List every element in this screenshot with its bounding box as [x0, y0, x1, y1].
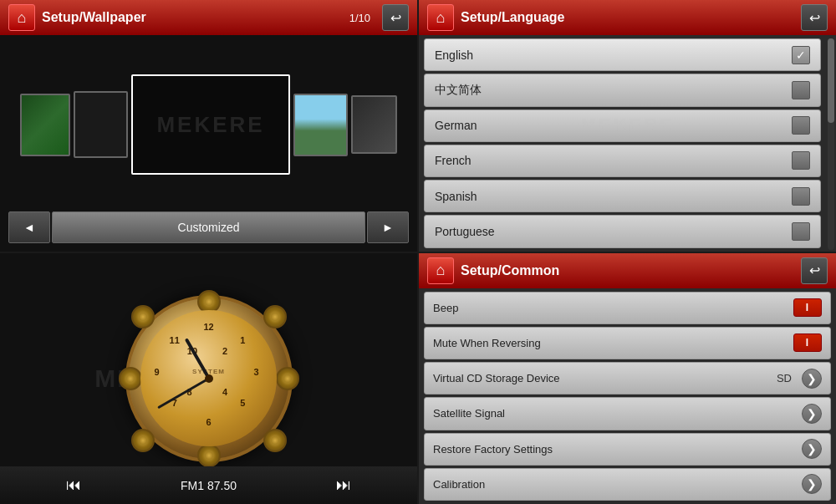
language-home-icon[interactable]: ⌂ [427, 4, 454, 31]
ornament-9 [119, 367, 142, 390]
language-title: Setup/Language [461, 10, 794, 25]
language-item-chinese[interactable]: 中文简体 [424, 74, 821, 106]
common-item-restore[interactable]: Restore Factory Settings ❯ [424, 433, 831, 466]
clock-num-3: 3 [254, 367, 259, 377]
language-check-chinese [792, 81, 810, 99]
common-item-mute[interactable]: Mute When Reversing I [424, 327, 831, 359]
language-item-german[interactable]: German [424, 109, 821, 142]
thumbnail-1[interactable] [20, 94, 70, 156]
vcd-arrow[interactable]: ❯ [802, 369, 822, 389]
language-check-portuguese [792, 222, 810, 241]
mute-label: Mute When Reversing [433, 337, 541, 349]
wallpaper-back-button[interactable]: ↩ [382, 4, 409, 31]
page-indicator: 1/10 [349, 12, 370, 24]
language-item-portuguese[interactable]: Portuguese [424, 215, 821, 247]
common-item-calibration[interactable]: Calibration ❯ [424, 468, 831, 501]
next-wallpaper-button[interactable]: ► [367, 211, 409, 243]
wallpaper-header: ⌂ Setup/Wallpaper 1/10 ↩ [0, 0, 417, 35]
clock-num-2: 2 [222, 346, 227, 356]
clock-face: 12 1 3 5 6 7 9 11 2 4 8 10 SYSTEM [125, 295, 293, 462]
satellite-arrow[interactable]: ❯ [802, 404, 822, 424]
clock-num-12: 12 [203, 322, 213, 332]
ornament-10 [131, 305, 155, 328]
ornament-3 [276, 367, 299, 390]
vcd-value: SD [777, 372, 792, 384]
clock-num-6: 6 [206, 417, 211, 427]
thumbnail-main[interactable]: MEKERE [131, 74, 290, 175]
language-item-spanish[interactable]: Spanish [424, 180, 821, 212]
language-check-spanish [792, 187, 810, 206]
wallpaper-mode-label: Customized [52, 211, 365, 243]
language-check-german [792, 116, 810, 135]
ornament-6 [197, 444, 221, 467]
language-header: ⌂ Setup/Language ↩ [419, 0, 836, 35]
ornament-2 [263, 305, 287, 328]
thumbnail-4[interactable] [351, 95, 397, 154]
wallpaper-nav: ◄ Customized ► [8, 211, 409, 243]
language-label-portuguese: Portuguese [435, 225, 495, 238]
ornament-8 [131, 429, 155, 452]
prev-track-button[interactable]: ⏮ [66, 476, 81, 494]
language-item-french[interactable]: French [424, 145, 821, 177]
beep-toggle[interactable]: I [793, 298, 822, 317]
clock-content: MEK [0, 253, 417, 505]
prev-wallpaper-button[interactable]: ◄ [8, 211, 50, 243]
clock-num-1: 1 [240, 335, 245, 345]
next-track-button[interactable]: ⏭ [336, 476, 351, 494]
satellite-label: Satellite Signal [433, 407, 505, 420]
thumbnail-3[interactable] [293, 94, 348, 156]
radio-info: FM1 87.50 [181, 479, 237, 492]
language-scrollbar-thumb [828, 38, 834, 123]
clock-num-5: 5 [240, 398, 245, 408]
language-scrollbar[interactable] [828, 38, 834, 250]
beep-label: Beep [433, 302, 458, 314]
calibration-arrow[interactable]: ❯ [802, 474, 822, 494]
common-content: Beep I Mute When Reversing I Virtual CD … [419, 288, 836, 505]
wallpaper-content: MEKERE ◄ Customized ► [0, 35, 417, 252]
wallpaper-panel: ⌂ Setup/Wallpaper 1/10 ↩ MEKERE ◄ Custom… [0, 0, 417, 252]
clock-center-dot [205, 374, 213, 383]
wallpaper-title: Setup/Wallpaper [42, 10, 343, 25]
vcd-right: SD ❯ [777, 369, 822, 389]
language-label-english: English [435, 48, 473, 62]
language-panel: ⌂ Setup/Language ↩ English ✓ 中文简体 German… [419, 0, 836, 252]
calibration-label: Calibration [433, 478, 485, 491]
common-item-vcd[interactable]: Virtual CD Storage Device SD ❯ [424, 362, 831, 395]
language-label-chinese: 中文简体 [435, 83, 482, 98]
radio-bar: ⏮ FM1 87.50 ⏭ [0, 466, 417, 504]
clock-panel: MEK [0, 253, 417, 505]
restore-label: Restore Factory Settings [433, 443, 553, 456]
common-back-button[interactable]: ↩ [801, 257, 828, 284]
common-home-icon[interactable]: ⌂ [427, 257, 454, 284]
clock-minute-hand [157, 377, 209, 409]
language-label-german: German [435, 119, 477, 132]
restore-arrow[interactable]: ❯ [802, 439, 822, 459]
thumbnail-2[interactable] [74, 91, 128, 158]
home-icon[interactable]: ⌂ [8, 4, 35, 31]
language-back-button[interactable]: ↩ [801, 4, 828, 31]
language-label-french: French [435, 154, 472, 167]
common-header: ⌂ Setup/Common ↩ [419, 253, 836, 288]
mute-toggle[interactable]: I [793, 333, 822, 352]
language-check-french [792, 151, 810, 170]
common-item-beep[interactable]: Beep I [424, 292, 831, 324]
clock-num-11: 11 [170, 335, 180, 345]
common-panel: ⌂ Setup/Common ↩ Beep I Mute When Revers… [419, 253, 836, 505]
language-label-spanish: Spanish [435, 190, 477, 203]
vcd-label: Virtual CD Storage Device [433, 372, 560, 384]
ornament-4 [263, 429, 287, 452]
language-item-english[interactable]: English ✓ [424, 38, 821, 71]
clock-num-4: 4 [222, 387, 227, 397]
common-title: Setup/Common [461, 263, 794, 278]
wallpaper-thumbnails: MEKERE [8, 43, 409, 206]
clock-num-9: 9 [154, 367, 159, 377]
clock-inner: 12 1 3 5 6 7 9 11 2 4 8 10 SYSTEM [140, 310, 277, 446]
language-content: English ✓ 中文简体 German French Spanish Por… [419, 35, 836, 252]
language-check-english: ✓ [792, 46, 810, 64]
common-item-satellite[interactable]: Satellite Signal ❯ [424, 397, 831, 430]
